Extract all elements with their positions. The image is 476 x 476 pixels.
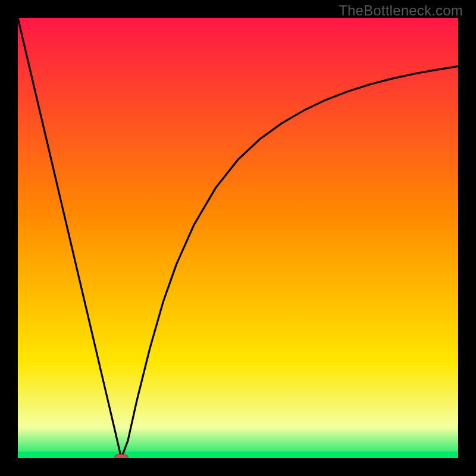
- gradient-background: [18, 18, 458, 458]
- chart-frame: TheBottleneck.com: [0, 0, 476, 476]
- watermark-text: TheBottleneck.com: [339, 2, 463, 19]
- optimal-marker: [115, 455, 128, 458]
- bottleneck-chart: [18, 18, 458, 458]
- green-band: [18, 452, 458, 458]
